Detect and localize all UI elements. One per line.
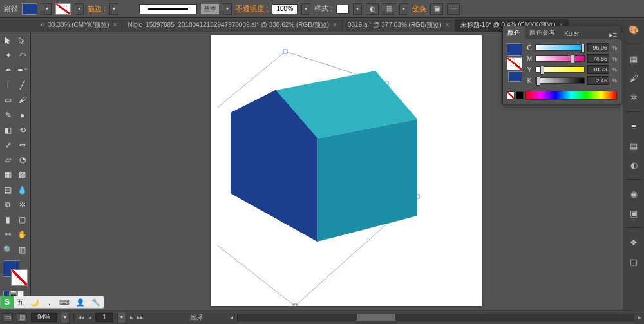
c-slider[interactable]	[535, 44, 585, 51]
symbols-panel-icon[interactable]: ✲	[627, 90, 641, 104]
ime-settings-icon[interactable]: 🔧	[88, 298, 104, 307]
swatches-panel-icon[interactable]: ▦	[627, 52, 641, 66]
color-panel-icon[interactable]: 🎨	[627, 23, 641, 37]
appearance-panel-icon[interactable]: ◉	[627, 187, 641, 201]
ime-mode[interactable]: 五	[14, 298, 27, 307]
artboard-prev-one-icon[interactable]: ◂	[88, 314, 91, 321]
free-transform-tool[interactable]: ▱	[1, 153, 15, 167]
paintbrush-tool[interactable]: 🖌	[15, 93, 29, 107]
ime-toolbar[interactable]: S 五 🌙 ， ⌨ 👤 🔧	[0, 296, 104, 309]
rectangle-tool[interactable]: ▭	[1, 93, 15, 107]
panel-fill-swatch[interactable]	[507, 43, 522, 56]
shape-builder-tool[interactable]: ◔	[15, 153, 29, 167]
column-graph-tool[interactable]: ▮	[1, 213, 15, 227]
m-slider[interactable]	[535, 55, 585, 62]
ime-moon-icon[interactable]: 🌙	[27, 298, 43, 307]
artboard-nav-icon[interactable]: ▥	[17, 313, 27, 322]
stroke-weight-dropdown[interactable]: ▾	[109, 3, 118, 15]
magic-wand-tool[interactable]: ✦	[1, 48, 15, 62]
perspective-grid-tool[interactable]: ▦	[1, 168, 15, 182]
m-value[interactable]	[587, 54, 609, 63]
ime-keyboard-icon[interactable]: ⌨	[56, 298, 73, 307]
eyedropper-tool[interactable]: 💧	[15, 183, 29, 196]
zoom-dropdown[interactable]: ▾	[61, 312, 70, 323]
gradient-tool[interactable]: ▤	[1, 183, 15, 196]
opacity-label[interactable]: 不透明度 :	[236, 4, 268, 14]
k-slider[interactable]	[535, 77, 585, 84]
align-dd[interactable]: ▾	[399, 3, 408, 15]
stroke-indicator[interactable]	[11, 269, 28, 286]
none-swatch-icon[interactable]	[507, 91, 515, 99]
close-icon[interactable]: ×	[113, 21, 117, 28]
artboard-dropdown[interactable]: ▾	[117, 312, 126, 323]
close-icon[interactable]: ×	[446, 21, 450, 28]
align-icon[interactable]: ▤	[383, 3, 395, 15]
stroke-panel-icon[interactable]: ≡	[627, 119, 641, 133]
pencil-tool[interactable]: ✎	[1, 108, 15, 122]
mesh-tool[interactable]: ▩	[15, 168, 29, 182]
color-spectrum[interactable]	[525, 91, 617, 100]
doc-tab-2[interactable]: Nipic_15097685_20180412182947978039.ai* …	[122, 19, 342, 32]
style-dropdown[interactable]: ▾	[353, 3, 362, 15]
gpu-icon[interactable]: ▭	[3, 313, 13, 322]
artboard-number-field[interactable]	[95, 313, 113, 322]
selection-tool[interactable]	[1, 33, 15, 47]
direct-selection-tool[interactable]	[15, 33, 29, 47]
opacity-dropdown[interactable]: ▾	[301, 3, 310, 15]
black-swatch-icon[interactable]	[516, 91, 524, 99]
artboard-tool[interactable]: ▢	[15, 213, 29, 227]
y-value[interactable]	[587, 65, 609, 74]
pen-tool[interactable]: ✒	[1, 63, 15, 77]
panel-tab-kuler[interactable]: Kuler	[560, 28, 583, 39]
c-value[interactable]	[587, 43, 609, 52]
artboard-next-one-icon[interactable]: ▸	[130, 314, 133, 321]
transform-link[interactable]: 变换	[412, 4, 426, 14]
hand-tool[interactable]: ✋	[15, 228, 29, 242]
horizontal-scrollbar[interactable]	[237, 314, 634, 321]
scroll-right-icon[interactable]: ▸	[638, 314, 641, 321]
gradient-panel-icon[interactable]: ▤	[627, 138, 641, 153]
panel-menu-icon[interactable]: ▸≡	[605, 31, 621, 39]
close-icon[interactable]: ×	[333, 21, 337, 28]
scroll-left-icon[interactable]: ◂	[230, 314, 233, 321]
lasso-tool[interactable]: ◠	[15, 48, 29, 62]
layers-panel-icon[interactable]: ❖	[627, 235, 641, 249]
stroke-link[interactable]: 描边 :	[88, 4, 106, 14]
panel-stroke-swatch[interactable]	[507, 57, 522, 70]
artboards-panel-icon[interactable]: ▢	[627, 254, 641, 269]
artboard-next-icon[interactable]: ▸▸	[137, 314, 144, 321]
brushes-panel-icon[interactable]: 🖌	[627, 71, 641, 85]
zoom-field[interactable]	[31, 313, 57, 322]
style-swatch[interactable]	[336, 5, 349, 14]
panel-extra-swatch[interactable]	[508, 71, 522, 82]
doc-tab-3[interactable]: 0319.ai* @ 377.03% (RGB/预览)×	[343, 19, 455, 32]
brush-preview[interactable]	[139, 4, 197, 14]
stroke-dropdown[interactable]: ▾	[75, 3, 84, 15]
scale-tool[interactable]: ⤢	[1, 138, 15, 152]
blob-brush-tool[interactable]: ●	[15, 108, 29, 122]
zoom-tool[interactable]: 🔍	[1, 243, 15, 256]
doc-tab-1[interactable]: « 33.33% (CMYK/预览)×	[35, 19, 122, 32]
color-indicator[interactable]	[3, 260, 28, 286]
isolate-icon[interactable]: ▣	[430, 3, 443, 15]
graphic-styles-panel-icon[interactable]: ▣	[627, 206, 641, 220]
type-tool[interactable]: T	[1, 79, 15, 92]
rotate-tool[interactable]: ⟲	[15, 123, 29, 137]
brush-dropdown[interactable]: ▾	[223, 3, 232, 15]
panel-swatch-pair[interactable]	[507, 43, 522, 82]
panel-tab-guide[interactable]: 颜色参考	[525, 26, 560, 39]
print-tiling-tool[interactable]: ▥	[15, 243, 29, 256]
ime-punct-icon[interactable]: ，	[43, 298, 56, 307]
fill-dropdown[interactable]: ▾	[43, 3, 52, 15]
recolor-icon[interactable]: ◐	[366, 3, 379, 15]
ime-brand-icon[interactable]: S	[1, 296, 14, 309]
width-tool[interactable]: ⇔	[15, 138, 29, 152]
ime-person-icon[interactable]: 👤	[73, 298, 88, 307]
line-tool[interactable]: ╱	[15, 79, 29, 92]
more-icon[interactable]: ⋯	[447, 3, 460, 15]
fill-swatch[interactable]	[22, 3, 37, 15]
symbol-sprayer-tool[interactable]: ✲	[15, 198, 29, 211]
artboard-prev-icon[interactable]: ◂◂	[78, 314, 84, 321]
eraser-tool[interactable]: ◧	[1, 123, 15, 137]
y-slider[interactable]	[535, 66, 585, 73]
